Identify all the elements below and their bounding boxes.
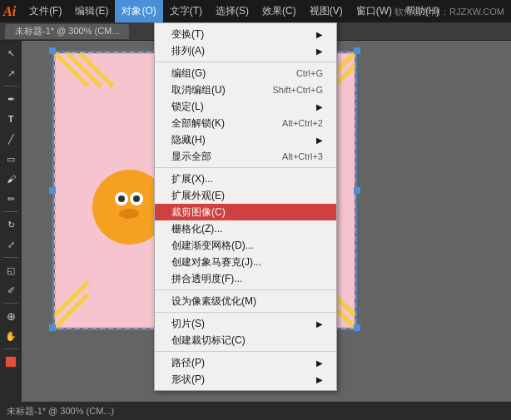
rectangle-tool[interactable]: ▭ <box>2 150 20 168</box>
menu-section-expand: 扩展(X)... 扩展外观(E) 裁剪图像(C) 栅格化(Z)... 创建渐变网… <box>155 168 336 290</box>
menu-expand[interactable]: 扩展(X)... <box>155 170 336 187</box>
rotate-tool[interactable]: ↻ <box>2 215 20 234</box>
menu-ungroup[interactable]: 取消编组(U) Shift+Ctrl+G <box>155 82 336 98</box>
zoom-tool[interactable]: ⊕ <box>2 307 20 325</box>
handle-bl <box>49 324 56 331</box>
status-text: 未标题-1* @ 300% (CM...) <box>7 405 114 418</box>
menu-group-label: 编组(G) <box>171 67 296 81</box>
document-tab[interactable]: 未标题-1* @ 300% (CM... <box>5 24 129 39</box>
menu-transform-label: 变换(T) <box>171 27 316 42</box>
menu-flatten-transparency-label: 拼合透明度(F)... <box>171 272 323 286</box>
menu-edit[interactable]: 编辑(E) <box>68 0 115 22</box>
menu-lock-arrow: ▶ <box>316 102 323 111</box>
handle-tr <box>354 47 360 54</box>
menu-slice[interactable]: 切片(S) ▶ <box>155 315 336 332</box>
char-mouth <box>119 209 139 219</box>
menu-create-mosaic[interactable]: 创建对象马赛克(J)... <box>155 254 336 270</box>
char-pupil-left <box>118 195 125 202</box>
menu-section-transform: 变换(T) ▶ 排列(A) ▶ <box>155 23 336 62</box>
menu-slice-label: 切片(S) <box>171 317 316 331</box>
char-pupil-right <box>133 195 140 202</box>
handle-mr <box>354 187 360 194</box>
menu-unlock-all[interactable]: 全部解锁(K) Alt+Ctrl+2 <box>155 115 336 131</box>
menu-create-crop-marks-label: 创建裁切标记(C) <box>171 334 323 348</box>
left-toolbar: ↖ ↗ ✒ T ╱ ▭ 🖌 ✏ ↻ ⤢ ◱ ✐ ⊕ ✋ <box>0 41 22 402</box>
menu-arrange-arrow: ▶ <box>316 47 323 56</box>
menu-window[interactable]: 窗口(W) <box>350 0 399 22</box>
menu-create-gradient-mesh[interactable]: 创建渐变网格(D)... <box>155 237 336 254</box>
menu-create-crop-marks[interactable]: 创建裁切标记(C) <box>155 332 336 348</box>
gradient-tool[interactable]: ◱ <box>2 261 20 279</box>
menu-show-all[interactable]: 显示全部 Alt+Ctrl+3 <box>155 148 336 165</box>
scale-tool[interactable]: ⤢ <box>2 235 20 254</box>
menu-rasterize[interactable]: 栅格化(Z)... <box>155 220 336 237</box>
menu-shape[interactable]: 形状(P) ▶ <box>155 371 336 388</box>
watermark-text: 软件自学网：RJZXW.COM <box>394 6 504 18</box>
pen-tool[interactable]: ✒ <box>2 90 20 108</box>
menu-flatten-transparency[interactable]: 拼合透明度(F)... <box>155 270 336 287</box>
toolbar-separator-2 <box>3 211 18 212</box>
menu-view[interactable]: 视图(V) <box>303 0 350 22</box>
menu-pixel-optimize-label: 设为像素级优化(M) <box>171 294 323 309</box>
toolbar-separator-5 <box>3 348 18 349</box>
menu-hide[interactable]: 隐藏(H) ▶ <box>155 131 336 148</box>
line-tool[interactable]: ╱ <box>2 130 20 148</box>
menu-rasterize-label: 栅格化(Z)... <box>171 222 323 236</box>
menu-crop-image[interactable]: 裁剪图像(C) <box>155 204 336 220</box>
menu-show-all-label: 显示全部 <box>171 150 282 164</box>
direct-selection-tool[interactable]: ↗ <box>2 64 20 82</box>
menu-pixel-optimize[interactable]: 设为像素级优化(M) <box>155 293 336 309</box>
menu-file[interactable]: 文件(F) <box>22 0 68 22</box>
menu-crop-image-label: 裁剪图像(C) <box>171 205 323 220</box>
type-tool[interactable]: T <box>2 110 20 128</box>
menu-ungroup-label: 取消编组(U) <box>171 83 272 97</box>
menu-effect[interactable]: 效果(C) <box>256 0 303 22</box>
paintbrush-tool[interactable]: 🖌 <box>2 170 20 188</box>
menu-shape-arrow: ▶ <box>316 375 323 384</box>
menu-section-pixel: 设为像素级优化(M) <box>155 290 336 313</box>
menu-section-slice: 切片(S) ▶ 创建裁切标记(C) <box>155 313 336 352</box>
eyedropper-tool[interactable]: ✐ <box>2 281 20 299</box>
menu-type[interactable]: 文字(T) <box>163 0 209 22</box>
menu-select[interactable]: 选择(S) <box>209 0 256 22</box>
menu-bar: 文件(F) 编辑(E) 对象(O) 文字(T) 选择(S) 效果(C) 视图(V… <box>22 0 446 22</box>
menu-create-mosaic-label: 创建对象马赛克(J)... <box>171 255 323 269</box>
menu-hide-arrow: ▶ <box>316 136 323 145</box>
status-bar: 未标题-1* @ 300% (CM...) <box>0 402 511 420</box>
menu-transform[interactable]: 变换(T) ▶ <box>155 26 336 42</box>
toolbar-separator-3 <box>3 257 18 258</box>
menu-path-arrow: ▶ <box>316 358 323 368</box>
menu-group[interactable]: 编组(G) Ctrl+G <box>155 65 336 82</box>
menu-hide-label: 隐藏(H) <box>171 133 316 147</box>
menu-expand-appearance[interactable]: 扩展外观(E) <box>155 187 336 204</box>
menu-group-shortcut: Ctrl+G <box>296 68 323 78</box>
menu-section-path: 路径(P) ▶ 形状(P) ▶ <box>155 352 336 390</box>
pencil-tool[interactable]: ✏ <box>2 190 20 208</box>
menu-lock[interactable]: 锁定(L) ▶ <box>155 98 336 115</box>
menu-unlock-all-shortcut: Alt+Ctrl+2 <box>282 118 323 128</box>
menu-section-group: 编组(G) Ctrl+G 取消编组(U) Shift+Ctrl+G 锁定(L) … <box>155 62 336 168</box>
handle-ml <box>49 187 56 194</box>
menu-arrange[interactable]: 排列(A) ▶ <box>155 42 336 59</box>
toolbar-separator-4 <box>3 303 18 304</box>
fill-color[interactable] <box>5 356 17 368</box>
menu-expand-label: 扩展(X)... <box>171 172 323 186</box>
handle-br <box>354 324 360 331</box>
title-bar: Ai 文件(F) 编辑(E) 对象(O) 文字(T) 选择(S) 效果(C) 视… <box>0 0 511 22</box>
app-logo: Ai <box>3 4 16 19</box>
menu-lock-label: 锁定(L) <box>171 100 316 114</box>
menu-slice-arrow: ▶ <box>316 319 323 329</box>
menu-transform-arrow: ▶ <box>316 30 323 39</box>
menu-show-all-shortcut: Alt+Ctrl+3 <box>282 151 323 161</box>
menu-shape-label: 形状(P) <box>171 373 316 387</box>
menu-ungroup-shortcut: Shift+Ctrl+G <box>272 85 323 95</box>
menu-path[interactable]: 路径(P) ▶ <box>155 354 336 371</box>
menu-arrange-label: 排列(A) <box>171 44 316 58</box>
menu-object[interactable]: 对象(O) <box>115 0 162 22</box>
selection-tool[interactable]: ↖ <box>2 44 20 62</box>
menu-path-label: 路径(P) <box>171 356 316 370</box>
object-menu[interactable]: 变换(T) ▶ 排列(A) ▶ 编组(G) Ctrl+G 取消编组(U) Shi… <box>154 22 337 391</box>
hand-tool[interactable]: ✋ <box>2 327 20 345</box>
menu-unlock-all-label: 全部解锁(K) <box>171 116 282 131</box>
handle-tl <box>49 47 56 54</box>
